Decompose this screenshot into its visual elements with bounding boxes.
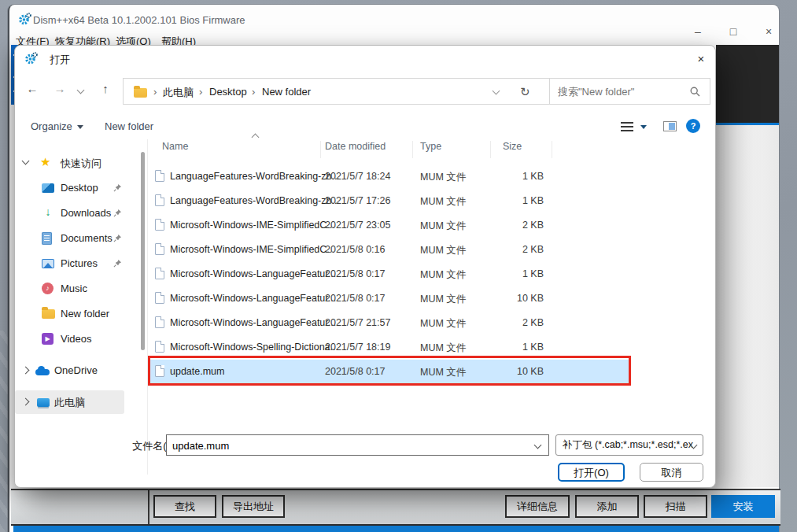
file-icon: [155, 292, 164, 304]
header-divider: [412, 141, 413, 158]
videos-icon: ▶: [42, 333, 54, 345]
dialog-title: 打开: [50, 53, 70, 67]
add-button[interactable]: 添加: [575, 495, 639, 518]
address-bar[interactable]: › 此电脑 › Desktop › New folder ↻: [123, 78, 554, 105]
chevron-right-icon[interactable]: [22, 398, 30, 406]
refresh-icon[interactable]: ↻: [520, 85, 530, 99]
pin-icon: [113, 209, 122, 217]
breadcrumb-separator: ›: [199, 86, 202, 98]
folder-icon: [134, 88, 147, 98]
column-header-date[interactable]: Date modified: [325, 141, 386, 152]
maximize-button[interactable]: □: [721, 24, 745, 39]
sidebar-scrollbar[interactable]: [141, 152, 145, 350]
sidebar-item-new-folder[interactable]: New folder: [15, 302, 141, 326]
nav-history-chevron-icon[interactable]: [77, 87, 85, 94]
sidebar-item-downloads[interactable]: ↓ Downloads: [15, 201, 141, 225]
downloads-icon: ↓: [42, 205, 54, 220]
filename-input[interactable]: [172, 438, 518, 453]
onedrive-icon: [35, 369, 50, 375]
sidebar-item-videos[interactable]: ▶ Videos: [15, 327, 141, 351]
file-row[interactable]: LanguageFeatures-WordBreaking-zh...2021/…: [150, 189, 629, 213]
column-header-size[interactable]: Size: [503, 141, 522, 152]
organize-button[interactable]: Organize: [31, 120, 83, 132]
back-icon[interactable]: ←: [23, 82, 42, 95]
sidebar-item-music[interactable]: ♪ Music: [15, 277, 141, 301]
app-banner-fragment: [716, 45, 779, 123]
dialog-gear-icon: [24, 52, 38, 65]
sidebar-item-onedrive[interactable]: OneDrive: [15, 359, 141, 382]
open-dialog: 打开 × ← → ↑ › 此电脑 › Desktop › New folder …: [14, 45, 716, 488]
filetype-select[interactable]: 补丁包 (*.cab;*.msu;*.esd;*.ex: [555, 434, 703, 456]
address-dropdown-chevron-icon[interactable]: [493, 87, 500, 95]
file-icon: [155, 268, 164, 279]
dialog-close-icon[interactable]: ×: [692, 50, 710, 68]
star-icon: ★: [40, 155, 50, 169]
search-input[interactable]: [558, 83, 684, 99]
folder-icon: [42, 309, 55, 319]
pictures-icon: [42, 259, 54, 268]
sidebar-item-this-pc[interactable]: 此电脑: [15, 390, 141, 414]
export-address-button[interactable]: 导出地址: [222, 495, 285, 518]
filename-field-frame: [166, 434, 549, 456]
new-folder-button[interactable]: New folder: [105, 120, 153, 132]
file-row[interactable]: Microsoft-Windows-IME-SimplifiedC...2021…: [150, 213, 629, 238]
file-row[interactable]: LanguageFeatures-WordBreaking-zh...2021/…: [150, 164, 629, 189]
this-pc-icon: [37, 398, 50, 407]
install-button[interactable]: 安装: [711, 495, 775, 518]
pin-icon: [113, 183, 122, 192]
breadcrumb-separator: ›: [153, 86, 157, 98]
header-divider: [320, 141, 321, 158]
file-row[interactable]: Microsoft-Windows-LanguageFeatur...2021/…: [150, 286, 629, 311]
scan-button[interactable]: 扫描: [644, 495, 707, 518]
open-button[interactable]: 打开(O): [558, 463, 625, 482]
preview-pane-icon[interactable]: [663, 121, 677, 131]
file-row[interactable]: Microsoft-Windows-IME-SimplifiedC...2021…: [150, 238, 629, 262]
find-button[interactable]: 查找: [153, 495, 216, 518]
file-icon: [155, 316, 164, 328]
minimize-button[interactable]: –: [686, 24, 710, 39]
music-icon: ♪: [42, 283, 54, 294]
file-row[interactable]: Microsoft-Windows-LanguageFeatur...2021/…: [150, 262, 629, 286]
close-button[interactable]: ×: [757, 24, 780, 39]
window-title: Dism++x64 Beta 10.1.2002.101 Bios Firmwa…: [33, 14, 245, 26]
chevron-right-icon[interactable]: [22, 367, 30, 375]
file-icon: [155, 243, 164, 255]
chevron-down-icon[interactable]: [22, 157, 30, 165]
sidebar-item-documents[interactable]: Documents: [15, 227, 141, 250]
view-dropdown-icon[interactable]: [640, 125, 647, 129]
view-list-icon[interactable]: [621, 122, 633, 131]
up-icon[interactable]: ↑: [96, 82, 115, 95]
documents-icon: [42, 232, 52, 245]
sidebar-divider: [147, 139, 148, 475]
filename-dropdown-chevron-icon[interactable]: [534, 441, 542, 449]
desktop-icon: [42, 183, 54, 193]
breadcrumb-separator: ›: [252, 86, 255, 98]
organize-dropdown-icon: [77, 125, 83, 129]
app-content-fragment: [716, 125, 779, 487]
app-gear-icon: [18, 13, 31, 26]
sidebar-item-pictures[interactable]: Pictures: [15, 252, 141, 275]
desktop: Dism++x64 Beta 10.1.2002.101 Bios Firmwa…: [0, 0, 797, 532]
breadcrumb-this-pc[interactable]: 此电脑: [163, 86, 194, 100]
breadcrumb-new-folder[interactable]: New folder: [262, 86, 311, 98]
sidebar-item-desktop[interactable]: Desktop: [15, 176, 141, 200]
search-icon: [690, 87, 700, 97]
pin-icon: [113, 259, 122, 268]
sort-ascending-icon: [252, 134, 260, 142]
search-box[interactable]: [549, 78, 710, 105]
file-icon: [155, 170, 164, 182]
breadcrumb-desktop[interactable]: Desktop: [209, 86, 247, 98]
details-button[interactable]: 详细信息: [505, 495, 570, 518]
cancel-button[interactable]: 取消: [640, 463, 703, 482]
sidebar-quick-access[interactable]: ★ 快速访问: [15, 151, 141, 175]
file-icon: [155, 219, 164, 231]
forward-icon[interactable]: →: [50, 82, 69, 95]
header-divider: [490, 141, 491, 158]
file-row[interactable]: Microsoft-Windows-LanguageFeatur...2021/…: [150, 311, 629, 335]
column-header-type[interactable]: Type: [420, 141, 441, 152]
header-divider: [552, 141, 552, 158]
help-icon[interactable]: ?: [686, 119, 700, 133]
column-header-name[interactable]: Name: [162, 141, 188, 152]
panel-divider: [148, 490, 149, 526]
file-icon: [155, 341, 164, 353]
